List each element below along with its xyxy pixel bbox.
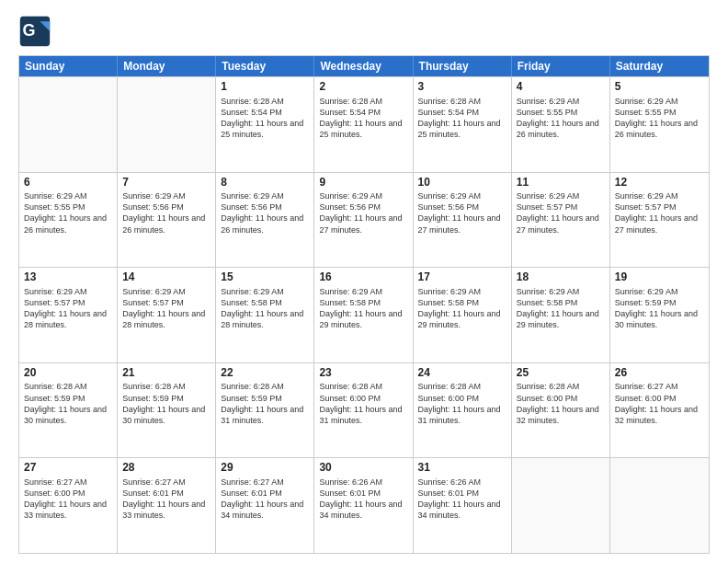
day-info: Sunrise: 6:28 AM Sunset: 5:54 PM Dayligh… [418,96,506,141]
calendar-cell: 16Sunrise: 6:29 AM Sunset: 5:58 PM Dayli… [314,268,413,362]
day-number: 12 [615,176,704,190]
day-info: Sunrise: 6:27 AM Sunset: 6:00 PM Dayligh… [24,477,112,522]
day-info: Sunrise: 6:28 AM Sunset: 5:54 PM Dayligh… [319,96,407,141]
calendar-cell: 22Sunrise: 6:28 AM Sunset: 5:59 PM Dayli… [216,363,314,458]
calendar-cell: 31Sunrise: 6:26 AM Sunset: 6:01 PM Dayli… [414,458,512,553]
day-number: 10 [418,176,506,190]
calendar-cell: 5Sunrise: 6:29 AM Sunset: 5:55 PM Daylig… [610,77,709,172]
calendar-cell: 12Sunrise: 6:29 AM Sunset: 5:57 PM Dayli… [610,173,709,268]
calendar-cell: 7Sunrise: 6:29 AM Sunset: 5:56 PM Daylig… [118,173,216,268]
day-number: 2 [319,80,407,95]
calendar-cell: 27Sunrise: 6:27 AM Sunset: 6:00 PM Dayli… [19,458,118,553]
calendar-cell: 13Sunrise: 6:29 AM Sunset: 5:57 PM Dayli… [19,268,118,362]
day-number: 22 [221,366,309,381]
day-number: 9 [319,176,407,190]
day-number: 4 [517,80,605,95]
day-info: Sunrise: 6:26 AM Sunset: 6:01 PM Dayligh… [319,477,407,522]
calendar-week-5: 27Sunrise: 6:27 AM Sunset: 6:00 PM Dayli… [19,457,709,553]
day-info: Sunrise: 6:27 AM Sunset: 6:01 PM Dayligh… [221,477,309,522]
day-number: 11 [517,176,605,190]
day-number: 6 [24,176,112,190]
day-info: Sunrise: 6:29 AM Sunset: 5:56 PM Dayligh… [418,190,506,236]
day-info: Sunrise: 6:29 AM Sunset: 5:58 PM Dayligh… [418,286,506,331]
day-number: 27 [24,461,112,476]
day-number: 28 [122,461,210,476]
calendar-cell: 15Sunrise: 6:29 AM Sunset: 5:58 PM Dayli… [216,268,314,362]
day-info: Sunrise: 6:28 AM Sunset: 5:59 PM Dayligh… [221,381,309,426]
day-info: Sunrise: 6:29 AM Sunset: 5:57 PM Dayligh… [24,286,112,331]
day-number: 13 [24,270,112,285]
day-info: Sunrise: 6:29 AM Sunset: 5:57 PM Dayligh… [122,286,210,331]
header-day-tuesday: Tuesday [216,56,314,76]
day-info: Sunrise: 6:29 AM Sunset: 5:59 PM Dayligh… [615,286,704,331]
header-day-friday: Friday [512,56,610,76]
day-info: Sunrise: 6:28 AM Sunset: 6:00 PM Dayligh… [319,381,407,426]
calendar-cell [512,458,610,553]
svg-text:G: G [23,21,36,40]
calendar-cell: 10Sunrise: 6:29 AM Sunset: 5:56 PM Dayli… [414,173,512,268]
day-info: Sunrise: 6:29 AM Sunset: 5:55 PM Dayligh… [615,96,704,141]
logo-icon: G [18,15,51,48]
day-number: 21 [122,366,210,381]
day-info: Sunrise: 6:29 AM Sunset: 5:58 PM Dayligh… [319,286,407,331]
header-day-saturday: Saturday [610,56,709,76]
day-number: 14 [122,270,210,285]
calendar-week-2: 6Sunrise: 6:29 AM Sunset: 5:55 PM Daylig… [19,172,709,268]
calendar-header: SundayMondayTuesdayWednesdayThursdayFrid… [19,56,709,76]
header-day-sunday: Sunday [19,56,118,76]
day-info: Sunrise: 6:29 AM Sunset: 5:56 PM Dayligh… [122,190,210,236]
calendar-week-3: 13Sunrise: 6:29 AM Sunset: 5:57 PM Dayli… [19,267,709,362]
calendar-cell: 30Sunrise: 6:26 AM Sunset: 6:01 PM Dayli… [314,458,413,553]
header-day-wednesday: Wednesday [314,56,413,76]
calendar-cell: 1Sunrise: 6:28 AM Sunset: 5:54 PM Daylig… [216,77,314,172]
day-number: 15 [221,270,309,285]
day-info: Sunrise: 6:28 AM Sunset: 6:00 PM Dayligh… [517,381,605,426]
day-info: Sunrise: 6:29 AM Sunset: 5:55 PM Dayligh… [517,96,605,141]
page-header: G [18,15,710,48]
calendar: SundayMondayTuesdayWednesdayThursdayFrid… [18,55,710,554]
calendar-cell: 4Sunrise: 6:29 AM Sunset: 5:55 PM Daylig… [512,77,610,172]
calendar-cell: 28Sunrise: 6:27 AM Sunset: 6:01 PM Dayli… [118,458,216,553]
calendar-cell: 19Sunrise: 6:29 AM Sunset: 5:59 PM Dayli… [610,268,709,362]
day-number: 18 [517,270,605,285]
header-day-thursday: Thursday [414,56,512,76]
day-number: 3 [418,80,506,95]
day-info: Sunrise: 6:29 AM Sunset: 5:55 PM Dayligh… [24,190,112,236]
day-info: Sunrise: 6:27 AM Sunset: 6:01 PM Dayligh… [122,477,210,522]
calendar-cell: 3Sunrise: 6:28 AM Sunset: 5:54 PM Daylig… [414,77,512,172]
day-number: 29 [221,461,309,476]
day-number: 5 [615,80,704,95]
header-day-monday: Monday [118,56,216,76]
day-number: 8 [221,176,309,190]
day-info: Sunrise: 6:29 AM Sunset: 5:58 PM Dayligh… [517,286,605,331]
calendar-week-1: 1Sunrise: 6:28 AM Sunset: 5:54 PM Daylig… [19,76,709,172]
calendar-cell: 26Sunrise: 6:27 AM Sunset: 6:00 PM Dayli… [610,363,709,458]
calendar-cell: 14Sunrise: 6:29 AM Sunset: 5:57 PM Dayli… [118,268,216,362]
calendar-week-4: 20Sunrise: 6:28 AM Sunset: 5:59 PM Dayli… [19,362,709,458]
calendar-cell: 9Sunrise: 6:29 AM Sunset: 5:56 PM Daylig… [314,173,413,268]
calendar-cell: 20Sunrise: 6:28 AM Sunset: 5:59 PM Dayli… [19,363,118,458]
day-number: 30 [319,461,407,476]
day-number: 25 [517,366,605,381]
logo: G [18,15,57,48]
day-info: Sunrise: 6:26 AM Sunset: 6:01 PM Dayligh… [418,477,506,522]
calendar-cell: 24Sunrise: 6:28 AM Sunset: 6:00 PM Dayli… [414,363,512,458]
calendar-cell: 18Sunrise: 6:29 AM Sunset: 5:58 PM Dayli… [512,268,610,362]
day-number: 17 [418,270,506,285]
calendar-cell: 6Sunrise: 6:29 AM Sunset: 5:55 PM Daylig… [19,173,118,268]
calendar-cell: 11Sunrise: 6:29 AM Sunset: 5:57 PM Dayli… [512,173,610,268]
day-number: 24 [418,366,506,381]
day-info: Sunrise: 6:29 AM Sunset: 5:58 PM Dayligh… [221,286,309,331]
day-number: 23 [319,366,407,381]
calendar-cell [610,458,709,553]
day-info: Sunrise: 6:29 AM Sunset: 5:56 PM Dayligh… [319,190,407,236]
day-number: 20 [24,366,112,381]
day-info: Sunrise: 6:29 AM Sunset: 5:57 PM Dayligh… [615,190,704,236]
day-info: Sunrise: 6:28 AM Sunset: 5:59 PM Dayligh… [122,381,210,426]
day-number: 19 [615,270,704,285]
calendar-cell: 17Sunrise: 6:29 AM Sunset: 5:58 PM Dayli… [414,268,512,362]
calendar-cell: 8Sunrise: 6:29 AM Sunset: 5:56 PM Daylig… [216,173,314,268]
day-number: 1 [221,80,309,95]
calendar-cell: 29Sunrise: 6:27 AM Sunset: 6:01 PM Dayli… [216,458,314,553]
day-info: Sunrise: 6:29 AM Sunset: 5:57 PM Dayligh… [517,190,605,236]
